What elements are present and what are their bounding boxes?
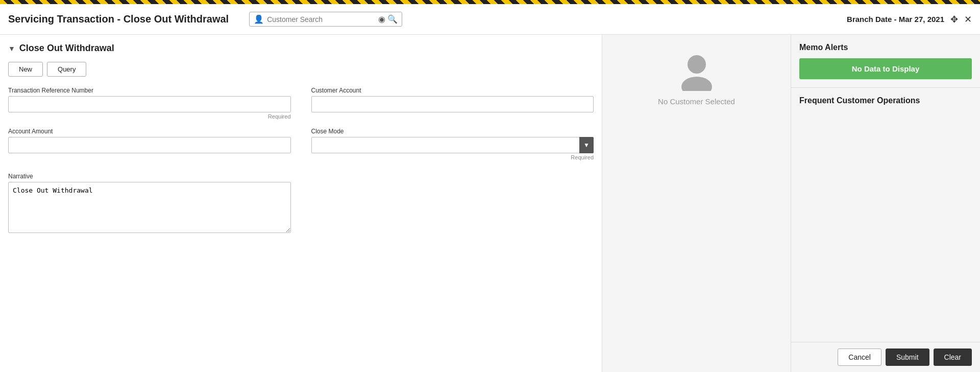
customer-search-input[interactable] (267, 15, 376, 24)
customer-account-label: Customer Account (311, 87, 594, 94)
page-title: Servicing Transaction - Close Out Withdr… (8, 13, 229, 25)
customer-account-input[interactable] (311, 96, 594, 112)
clear-button[interactable]: Clear (934, 348, 972, 366)
customer-avatar-icon (676, 50, 717, 91)
form-grid: Transaction Reference Number Required Cu… (8, 87, 594, 233)
customer-search-box: 👤 ◉ 🔍 (249, 12, 402, 27)
button-row: New Query (8, 62, 594, 77)
transaction-ref-label: Transaction Reference Number (8, 87, 291, 94)
close-mode-select[interactable] (311, 137, 594, 153)
search-icon[interactable]: 🔍 (387, 14, 398, 24)
query-button[interactable]: Query (47, 62, 86, 77)
section-header: ▼ Close Out Withdrawal (8, 43, 594, 54)
customer-account-field: Customer Account (311, 87, 594, 120)
narrative-textarea[interactable]: Close Out Withdrawal (8, 182, 291, 233)
account-amount-input[interactable] (8, 137, 291, 153)
svg-point-1 (681, 77, 712, 91)
header: Servicing Transaction - Close Out Withdr… (0, 4, 980, 35)
close-mode-field: Close Mode ▼ Required (311, 128, 594, 160)
transaction-ref-required: Required (8, 113, 291, 120)
close-mode-label: Close Mode (311, 128, 594, 135)
memo-alerts-section: Memo Alerts No Data to Display (791, 35, 980, 88)
header-right: Branch Date - Mar 27, 2021 ✥ ✕ (847, 14, 972, 25)
cancel-button[interactable]: Cancel (838, 348, 881, 366)
submit-button[interactable]: Submit (886, 348, 929, 366)
no-data-badge: No Data to Display (799, 58, 972, 79)
memo-alerts-title: Memo Alerts (799, 43, 972, 52)
frequent-ops-section: Frequent Customer Operations (791, 88, 980, 342)
close-icon[interactable]: ✕ (964, 14, 972, 25)
left-panel: ▼ Close Out Withdrawal New Query Transac… (0, 35, 602, 372)
new-button[interactable]: New (8, 62, 43, 77)
person-icon: 👤 (254, 14, 264, 24)
close-mode-required: Required (311, 154, 594, 160)
narrative-field: Narrative Close Out Withdrawal (8, 173, 291, 233)
svg-point-0 (688, 55, 706, 74)
right-panel: Memo Alerts No Data to Display Frequent … (791, 35, 980, 372)
collapse-icon[interactable]: ▼ (8, 44, 15, 53)
customer-panel: No Customer Selected (602, 35, 791, 372)
close-mode-dropdown-arrow[interactable]: ▼ (579, 137, 594, 153)
top-stripe (0, 0, 980, 4)
expand-icon[interactable]: ✥ (950, 14, 958, 25)
section-title: Close Out Withdrawal (19, 43, 114, 54)
account-amount-field: Account Amount (8, 128, 291, 160)
footer: Cancel Submit Clear (791, 342, 980, 372)
transaction-ref-input[interactable] (8, 96, 291, 112)
clear-search-icon[interactable]: ◉ (378, 14, 385, 24)
account-amount-label: Account Amount (8, 128, 291, 135)
main-layout: ▼ Close Out Withdrawal New Query Transac… (0, 35, 980, 372)
no-customer-text: No Customer Selected (658, 97, 735, 106)
frequent-ops-title: Frequent Customer Operations (799, 96, 972, 105)
narrative-label: Narrative (8, 173, 291, 180)
branch-date: Branch Date - Mar 27, 2021 (847, 15, 944, 24)
close-mode-select-wrapper: ▼ (311, 137, 594, 153)
transaction-ref-field: Transaction Reference Number Required (8, 87, 291, 120)
